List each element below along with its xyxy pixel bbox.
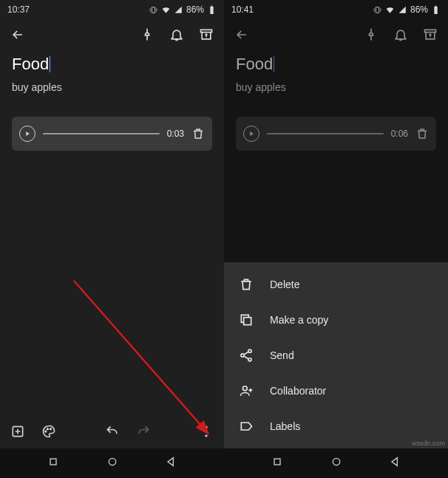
audio-track[interactable] [267, 133, 384, 134]
menu-collaborator[interactable]: Collaborator [224, 373, 448, 409]
audio-duration: 0:03 [167, 129, 184, 139]
svg-point-18 [333, 458, 339, 465]
nav-back[interactable] [165, 456, 177, 471]
add-button[interactable] [4, 418, 31, 445]
app-bar [224, 19, 448, 50]
vibrate-icon [149, 5, 158, 15]
svg-point-10 [109, 458, 115, 465]
vibrate-icon [373, 5, 382, 15]
menu-send-label: Send [270, 349, 294, 361]
signal-icon [398, 5, 407, 15]
clock: 10:41 [231, 4, 254, 15]
status-bar: 10:41 86% [224, 0, 448, 19]
note-title[interactable]: Food [12, 55, 49, 74]
back-button[interactable] [228, 21, 255, 48]
audio-track[interactable] [43, 133, 160, 134]
nav-bar [0, 448, 224, 478]
audio-attachment: 0:06 [236, 117, 436, 151]
nav-back[interactable] [389, 456, 401, 471]
watermark: wsxdn.com [412, 440, 445, 447]
delete-audio-button[interactable] [191, 127, 205, 140]
audio-duration: 0:06 [391, 129, 408, 139]
svg-rect-17 [274, 459, 280, 465]
status-icons: 86% [149, 4, 217, 15]
pin-button[interactable] [358, 21, 384, 48]
menu-delete[interactable]: Delete [224, 267, 448, 302]
reminder-button[interactable] [163, 21, 190, 48]
svg-rect-12 [244, 318, 251, 325]
menu-collaborator-label: Collaborator [270, 385, 326, 397]
wifi-icon [161, 5, 171, 15]
screen-right: 10:41 86% Food buy apples 0: [224, 0, 448, 478]
menu-delete-label: Delete [270, 279, 299, 290]
pin-button[interactable] [134, 21, 160, 48]
archive-button[interactable] [193, 21, 220, 48]
back-button[interactable] [4, 21, 31, 48]
wifi-icon [385, 5, 395, 15]
note-body[interactable]: buy apples [236, 81, 436, 93]
svg-rect-0 [201, 30, 212, 32]
svg-point-3 [45, 431, 47, 432]
reminder-button[interactable] [387, 21, 414, 48]
screen-left: 10:37 86% Food buy apples 0: [0, 0, 224, 478]
play-button[interactable] [19, 126, 35, 142]
play-button[interactable] [243, 126, 259, 142]
clock: 10:37 [7, 4, 30, 15]
more-button[interactable] [193, 418, 220, 445]
menu-labels-label: Labels [270, 420, 300, 432]
palette-button[interactable] [35, 418, 62, 445]
battery-percent: 86% [410, 4, 428, 15]
battery-percent: 86% [186, 4, 204, 15]
svg-point-5 [50, 429, 52, 430]
nav-recent[interactable] [271, 456, 283, 471]
audio-attachment: 0:03 [12, 117, 212, 151]
bottom-toolbar [0, 414, 224, 448]
delete-audio-button[interactable] [415, 127, 429, 140]
nav-home[interactable] [106, 456, 118, 471]
menu-copy[interactable]: Make a copy [224, 302, 448, 338]
svg-point-8 [205, 434, 207, 437]
status-bar: 10:37 86% [0, 0, 224, 19]
svg-rect-9 [50, 459, 56, 465]
svg-point-4 [47, 429, 49, 430]
svg-point-6 [205, 426, 207, 429]
nav-home[interactable] [330, 456, 342, 471]
redo-button [130, 418, 157, 445]
note-content: Food buy apples [0, 50, 224, 100]
svg-rect-11 [425, 30, 436, 32]
nav-bar [224, 448, 448, 478]
app-bar [0, 19, 224, 50]
battery-icon [207, 5, 217, 15]
menu-labels[interactable]: Labels [224, 409, 448, 444]
note-title[interactable]: Food [236, 55, 273, 74]
note-body[interactable]: buy apples [12, 81, 212, 93]
battery-icon [431, 5, 441, 15]
status-icons: 86% [373, 4, 441, 15]
nav-recent[interactable] [47, 456, 59, 471]
undo-button[interactable] [99, 418, 126, 445]
archive-button[interactable] [417, 21, 444, 48]
note-content: Food buy apples [224, 50, 448, 100]
svg-point-16 [242, 386, 247, 391]
svg-point-7 [205, 430, 207, 432]
signal-icon [174, 5, 183, 15]
overflow-menu: Delete Make a copy Send Collaborator Lab… [224, 262, 448, 448]
menu-copy-label: Make a copy [270, 314, 328, 326]
menu-send[interactable]: Send [224, 338, 448, 373]
